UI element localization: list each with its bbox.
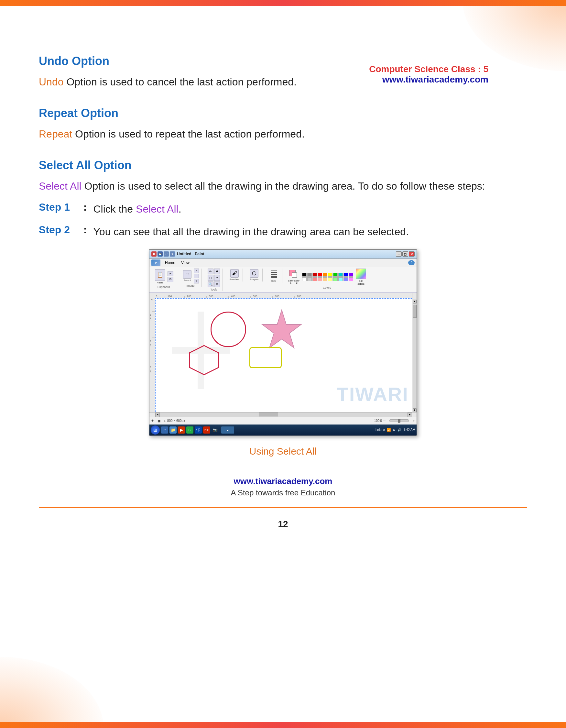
svg-marker-29 bbox=[262, 310, 301, 348]
crop-button[interactable]: ⤢ bbox=[194, 269, 199, 273]
svg-text:0: 0 bbox=[150, 319, 151, 322]
paste-label: Paste bbox=[157, 281, 163, 284]
paint-title-bar: ■ 💾 ↩ ▼ Untitled - Paint ─ ◻ ✕ bbox=[150, 250, 416, 259]
scroll-down-button[interactable]: ▼ bbox=[413, 408, 416, 412]
color2-swatch[interactable] bbox=[292, 272, 297, 278]
footer-tagline: A Step towards free Education bbox=[39, 488, 527, 497]
select-button[interactable]: ⬚ Select bbox=[182, 270, 193, 282]
status-plus: + bbox=[151, 418, 154, 423]
quick-save-icon: 💾 bbox=[158, 251, 163, 257]
paint-ribbon: 📋 Paste ✂ ⧉ Clipboard ⬚ bbox=[150, 267, 416, 293]
menu-home[interactable]: Home bbox=[162, 260, 178, 266]
footer: www.tiwariacademy.com A Step towards fre… bbox=[39, 476, 527, 529]
minimize-button[interactable]: ─ bbox=[396, 251, 402, 257]
color-teal[interactable] bbox=[338, 273, 343, 277]
rotate-button[interactable]: ↺ bbox=[194, 279, 199, 283]
pencil-button[interactable]: ✏ bbox=[208, 269, 214, 274]
folder-icon[interactable]: 📁 bbox=[170, 426, 177, 434]
cut-button[interactable]: ✂ bbox=[168, 271, 173, 276]
image-label: Image bbox=[186, 284, 194, 287]
close-button[interactable]: ✕ bbox=[409, 251, 415, 257]
color-red[interactable] bbox=[317, 273, 322, 277]
edit-colors-button[interactable]: Editcolors bbox=[356, 269, 366, 285]
shape-hexagon bbox=[188, 344, 220, 380]
scrollbar-bottom[interactable]: ◄ ► bbox=[150, 412, 416, 417]
color-lightred[interactable] bbox=[312, 277, 317, 281]
shapes-group: ⬡ Shapes bbox=[246, 269, 262, 281]
scroll-thumb[interactable] bbox=[413, 305, 416, 318]
color-yellow[interactable] bbox=[328, 273, 332, 277]
hscroll-thumb[interactable] bbox=[259, 413, 278, 416]
select-all-heading: Select All Option bbox=[39, 159, 527, 172]
brushes-icon: 🖌 bbox=[230, 269, 239, 278]
chrome-icon[interactable]: G bbox=[186, 426, 194, 434]
size-group: Size bbox=[266, 269, 283, 283]
color-peach[interactable] bbox=[323, 277, 327, 281]
hscroll-track bbox=[160, 413, 407, 417]
status-dimensions: □ 800 × 600px bbox=[164, 419, 185, 423]
color-white[interactable] bbox=[302, 277, 306, 281]
brushes-group: 🖌 Brushes bbox=[226, 269, 243, 281]
scrollbar-right[interactable]: ▲ ▼ bbox=[412, 298, 416, 412]
extra-icon[interactable]: 📷 bbox=[212, 426, 219, 434]
color-lightyellow[interactable] bbox=[328, 277, 332, 281]
ie-icon[interactable]: e bbox=[161, 426, 168, 434]
eraser-button[interactable]: ◻ bbox=[208, 275, 214, 281]
shape-circle bbox=[211, 312, 246, 347]
color-lightcyan[interactable] bbox=[338, 277, 343, 281]
svg-text:100: 100 bbox=[168, 295, 172, 298]
copy-button[interactable]: ⧉ bbox=[168, 277, 173, 282]
shapes-button[interactable]: ⬡ Shapes bbox=[249, 269, 260, 281]
fill-button[interactable]: A bbox=[214, 269, 220, 274]
repeat-highlight: Repeat bbox=[39, 128, 72, 140]
color-darkred[interactable] bbox=[312, 273, 317, 277]
color-lavender[interactable] bbox=[349, 277, 353, 281]
zoom-slider[interactable] bbox=[389, 419, 409, 422]
colors-group: Color1 Color2 bbox=[285, 269, 369, 289]
color-pink[interactable] bbox=[317, 277, 322, 281]
resize-button[interactable]: ↔ bbox=[194, 274, 199, 278]
ruler-top-svg: 0 100 200 300 400 500 600 bbox=[155, 293, 412, 298]
restore-button[interactable]: ◻ bbox=[402, 251, 408, 257]
color-purple[interactable] bbox=[349, 273, 353, 277]
ruler-side-svg: 0 1 0 0 2 0 0 3 0 0 bbox=[150, 298, 155, 412]
color-black[interactable] bbox=[302, 273, 306, 277]
caption: Using Select All bbox=[39, 446, 527, 457]
taskbar-right: Links » 📶 ⚙ 🔊 1:42 AM bbox=[375, 428, 415, 432]
color-orange[interactable] bbox=[323, 273, 327, 277]
color-lightgray[interactable] bbox=[307, 277, 312, 281]
scroll-right-button[interactable]: ► bbox=[407, 413, 412, 417]
color-gray[interactable] bbox=[307, 273, 312, 277]
quick-drop-icon: ▼ bbox=[170, 251, 175, 257]
help-button[interactable]: ? bbox=[408, 260, 415, 265]
tools-group: ✏ A ◻ ✦ 🔍 ▼ Tools bbox=[205, 269, 223, 291]
svg-text:400: 400 bbox=[231, 295, 236, 298]
start-button[interactable]: ⊞ bbox=[151, 425, 160, 435]
paste-button[interactable]: 📋 Paste bbox=[154, 269, 166, 285]
color-lightgreen[interactable] bbox=[333, 277, 338, 281]
svg-text:300: 300 bbox=[209, 295, 214, 298]
pdf-icon[interactable]: PDF bbox=[203, 426, 210, 434]
select-all-highlight: Select All bbox=[39, 180, 82, 192]
color-green[interactable] bbox=[333, 273, 338, 277]
menu-view[interactable]: View bbox=[179, 260, 192, 266]
size-button[interactable]: Size bbox=[269, 269, 280, 283]
color-blue[interactable] bbox=[343, 273, 348, 277]
image-group: ⬚ Select ⤢ ↔ ↺ Image bbox=[180, 269, 202, 287]
media-icon[interactable]: ▶ bbox=[178, 426, 185, 434]
repeat-heading: Repeat Option bbox=[39, 106, 527, 120]
step-2-row: Step 2 : You can see that all the drawin… bbox=[39, 224, 527, 239]
magnifier-button[interactable]: 🔍 bbox=[208, 281, 214, 287]
color-lightblue[interactable] bbox=[343, 277, 348, 281]
title-controls[interactable]: ─ ◻ ✕ bbox=[396, 251, 415, 257]
scroll-left-button[interactable]: ◄ bbox=[155, 413, 160, 417]
status-zoom-plus: + bbox=[413, 419, 415, 423]
paint-taskbar-button[interactable]: 🖌 bbox=[221, 426, 234, 434]
info-icon[interactable]: ⓘ bbox=[195, 426, 202, 434]
shapes-icon: ⬡ bbox=[250, 269, 259, 278]
brushes-button[interactable]: 🖌 Brushes bbox=[229, 269, 240, 281]
scroll-up-button[interactable]: ▲ bbox=[413, 300, 416, 303]
step-1-colon: : bbox=[78, 201, 87, 213]
picker-button[interactable]: ✦ bbox=[214, 275, 220, 281]
drop-button[interactable]: ▼ bbox=[214, 281, 220, 287]
